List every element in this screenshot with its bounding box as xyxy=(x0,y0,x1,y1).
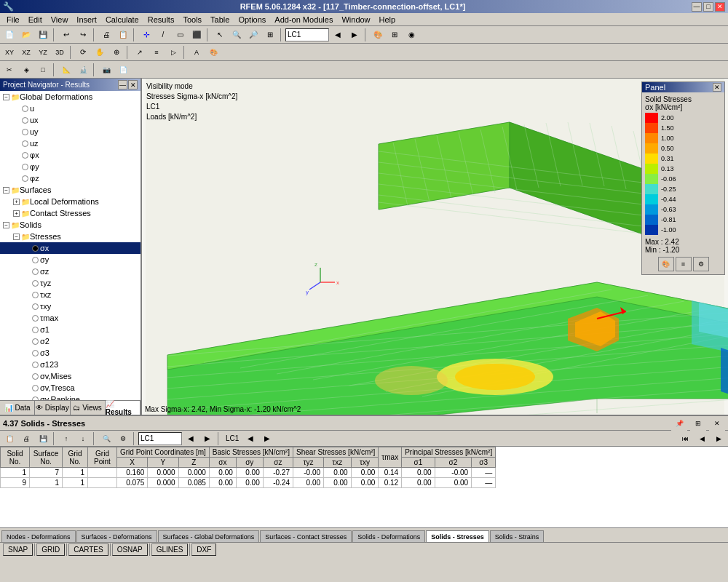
tree-node-13[interactable]: σx xyxy=(0,242,141,254)
maximize-button[interactable]: □ xyxy=(703,2,713,12)
res-tb-3[interactable]: 💾 xyxy=(35,431,51,446)
select-btn[interactable]: ↖ xyxy=(212,28,228,42)
status-btn-dxf[interactable]: DXF xyxy=(191,543,216,556)
tree-node-17[interactable]: τxz xyxy=(0,289,141,300)
menu-item-file[interactable]: File xyxy=(3,15,23,25)
redo-btn[interactable]: ↪ xyxy=(75,28,91,42)
results-table-container[interactable]: SolidNo. SurfaceNo. GridNo. GridPoint Gr… xyxy=(0,447,728,509)
status-btn-osnap[interactable]: OSNAP xyxy=(112,543,148,556)
legend-palette-btn[interactable]: 🎨 xyxy=(658,257,674,271)
menu-item-add-on-modules[interactable]: Add-on Modules xyxy=(271,15,336,25)
menu-item-table[interactable]: Table xyxy=(207,15,233,25)
close-button[interactable]: ✕ xyxy=(715,2,725,12)
solid-btn[interactable]: ⬛ xyxy=(189,28,205,42)
nav-tab-display[interactable]: 👁 Display xyxy=(35,401,70,415)
tree-node-21[interactable]: σ2 xyxy=(0,335,141,347)
animate-btn[interactable]: ▷ xyxy=(165,45,181,60)
tree-node-19[interactable]: τmax xyxy=(0,312,141,324)
tab-2[interactable]: Surfaces - Global Deformations xyxy=(158,530,260,542)
zoom-out-btn[interactable]: 🔎 xyxy=(245,28,261,42)
rotate-btn[interactable]: ⟳ xyxy=(75,45,91,60)
nav-tab-data[interactable]: 📊 Data xyxy=(0,401,35,415)
minimize-button[interactable]: — xyxy=(692,2,702,12)
measure-btn[interactable]: 📐 xyxy=(58,63,74,77)
viewport-3d[interactable]: Visibility mode Stresses Sigma-x [kN/cm^… xyxy=(142,79,728,415)
status-btn-snap[interactable]: SNAP xyxy=(3,543,33,556)
save-btn[interactable]: 💾 xyxy=(35,28,51,42)
wire-btn[interactable]: ⊞ xyxy=(387,28,403,42)
nav-tab-results[interactable]: 📈 Results xyxy=(106,401,141,415)
res-lc-choose2[interactable]: ▶ xyxy=(259,431,275,446)
res-lc-choose[interactable]: ◀ xyxy=(242,431,258,446)
tab-1[interactable]: Surfaces - Deformations xyxy=(76,530,157,542)
res-tb-end1[interactable]: ⏮ xyxy=(677,431,693,446)
menu-item-options[interactable]: Options xyxy=(234,15,269,25)
results-detach-btn[interactable]: ⊞ xyxy=(690,416,706,431)
res-tb-end3[interactable]: ▶ xyxy=(711,431,727,446)
res-tb-4[interactable]: ↑ xyxy=(58,431,74,446)
clip-btn[interactable]: □ xyxy=(35,63,51,77)
node-btn[interactable]: ⊹ xyxy=(138,28,154,42)
tree-node-22[interactable]: σ3 xyxy=(0,347,141,359)
nav-pin-button[interactable]: — xyxy=(118,80,127,89)
menu-item-edit[interactable]: Edit xyxy=(25,15,46,25)
res-tb-2[interactable]: 🖨 xyxy=(18,431,34,446)
tree-node-8[interactable]: −📁 Surfaces xyxy=(0,184,141,196)
tree-node-0[interactable]: −📁 Global Deformations xyxy=(0,91,141,103)
tree-expander[interactable]: − xyxy=(13,234,20,240)
menu-item-window[interactable]: Window xyxy=(338,15,373,25)
probe-btn[interactable]: 🔬 xyxy=(75,63,91,77)
tree-node-12[interactable]: −📁 Stresses xyxy=(0,231,141,242)
nav-close-button[interactable]: ✕ xyxy=(128,80,138,89)
results-pin-btn[interactable]: 📌 xyxy=(671,416,687,431)
tree-node-14[interactable]: σy xyxy=(0,254,141,266)
snap-btn[interactable]: ⊕ xyxy=(108,45,124,60)
view-xz-btn[interactable]: XZ xyxy=(18,45,34,60)
copy-btn[interactable]: 📋 xyxy=(115,28,131,42)
tree-node-2[interactable]: ux xyxy=(0,114,141,126)
tree-node-24[interactable]: σv,Mises xyxy=(0,370,141,382)
undo-btn[interactable]: ↩ xyxy=(58,28,74,42)
menu-item-calculate[interactable]: Calculate xyxy=(102,15,143,25)
legend-contour-btn[interactable]: ≡ xyxy=(676,257,692,271)
res-lc-input[interactable] xyxy=(138,432,182,445)
shade-btn[interactable]: ◉ xyxy=(403,28,419,42)
surf-btn[interactable]: ▭ xyxy=(172,28,188,42)
export-img-btn[interactable]: 📷 xyxy=(98,63,114,77)
lc-prev-btn[interactable]: ◀ xyxy=(330,28,346,42)
color-btn[interactable]: 🎨 xyxy=(205,45,221,60)
legend-close-button[interactable]: ✕ xyxy=(713,83,721,92)
results-close-btn[interactable]: ✕ xyxy=(709,416,725,431)
res-tb-5[interactable]: ↓ xyxy=(75,431,91,446)
menu-item-insert[interactable]: Insert xyxy=(73,15,100,25)
tab-5[interactable]: Solids - Stresses xyxy=(426,530,489,542)
zoom-in-btn[interactable]: 🔍 xyxy=(229,28,245,42)
legend-settings-btn[interactable]: ⚙ xyxy=(693,257,709,271)
tree-expander[interactable]: − xyxy=(3,94,9,100)
status-btn-glines[interactable]: GLINES xyxy=(151,543,189,556)
line-btn[interactable]: / xyxy=(155,28,171,42)
label-btn[interactable]: A xyxy=(189,45,205,60)
lc-input[interactable] xyxy=(285,28,329,41)
tree-node-10[interactable]: +📁 Contact Stresses xyxy=(0,207,141,219)
tree-node-6[interactable]: φy xyxy=(0,161,141,172)
stress-btn[interactable]: ≡ xyxy=(149,45,165,60)
new-btn[interactable]: 📄 xyxy=(1,28,17,42)
pan-btn[interactable]: ✋ xyxy=(92,45,108,60)
print-btn[interactable]: 🖨 xyxy=(98,28,114,42)
res-tb-6[interactable]: 🔍 xyxy=(98,431,114,446)
res-lc-prev[interactable]: ◀ xyxy=(183,431,199,446)
res-tb-end2[interactable]: ◀ xyxy=(694,431,710,446)
tree-node-25[interactable]: σv,Tresca xyxy=(0,382,141,394)
status-btn-cartes[interactable]: CARTES xyxy=(68,543,108,556)
tree-node-15[interactable]: σz xyxy=(0,266,141,277)
deform-btn[interactable]: ↗ xyxy=(132,45,148,60)
tree-node-4[interactable]: uz xyxy=(0,137,141,149)
view-3d-btn[interactable]: 3D xyxy=(52,45,68,60)
export-pdf-btn[interactable]: 📄 xyxy=(115,63,131,77)
zoom-all-btn[interactable]: ⊞ xyxy=(262,28,278,42)
tree-expander[interactable]: + xyxy=(13,210,20,217)
tab-6[interactable]: Solids - Strains xyxy=(490,530,545,542)
tab-4[interactable]: Solids - Deformations xyxy=(352,530,425,542)
tree-node-3[interactable]: uy xyxy=(0,126,141,137)
